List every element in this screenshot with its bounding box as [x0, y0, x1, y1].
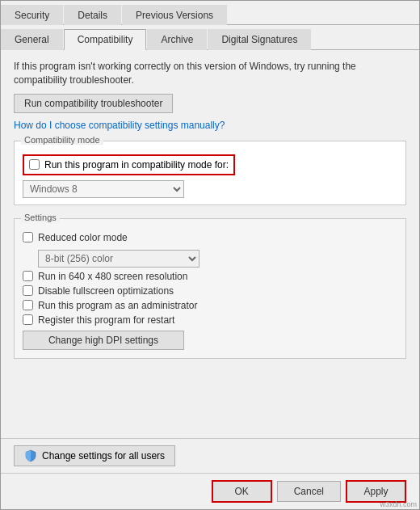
apply-button[interactable]: Apply: [346, 480, 406, 503]
reduced-color-row: Reduced color mode: [23, 232, 397, 243]
run-640-label[interactable]: Run in 640 x 480 screen resolution: [38, 271, 187, 282]
compat-mode-checkbox-label[interactable]: Run this program in compatibility mode f…: [44, 159, 229, 171]
tab-security[interactable]: Security: [1, 5, 63, 25]
run-640-checkbox[interactable]: [23, 271, 33, 281]
disable-fullscreen-row: Disable fullscreen optimizations: [23, 285, 397, 297]
disable-fullscreen-checkbox[interactable]: [23, 285, 33, 296]
register-restart-checkbox[interactable]: [23, 314, 33, 325]
run-troubleshooter-button[interactable]: Run compatibility troubleshooter: [14, 94, 173, 113]
intro-text: If this program isn't working correctly …: [14, 60, 406, 87]
tab-bar-row2: General Compatibility Archive Digital Si…: [1, 25, 419, 50]
register-restart-label[interactable]: Register this program for restart: [38, 314, 174, 326]
shield-icon: [24, 449, 37, 462]
main-content: If this program isn't working correctly …: [1, 50, 419, 438]
run-admin-checkbox[interactable]: [23, 300, 33, 310]
reduced-color-checkbox[interactable]: [23, 232, 33, 242]
compat-mode-dropdown[interactable]: Windows 8 Windows XP (Service Pack 2) Wi…: [23, 180, 184, 198]
compat-mode-section: Compatibility mode Run this program in c…: [14, 141, 406, 205]
run-admin-row: Run this program as an administrator: [23, 300, 397, 311]
ok-button[interactable]: OK: [212, 480, 272, 503]
how-to-choose-link[interactable]: How do I choose compatibility settings m…: [14, 120, 406, 131]
change-dpi-button[interactable]: Change high DPI settings: [23, 331, 184, 350]
run-admin-label[interactable]: Run this program as an administrator: [38, 300, 197, 311]
tab-details[interactable]: Details: [64, 5, 121, 25]
dialog-window: Security Details Previous Versions Gener…: [0, 0, 420, 510]
compat-mode-legend: Compatibility mode: [21, 135, 103, 145]
change-settings-label: Change settings for all users: [42, 450, 165, 462]
tab-bar-row1: Security Details Previous Versions: [1, 1, 419, 25]
bottom-bar: Change settings for all users: [1, 438, 419, 473]
compat-mode-highlight-box: Run this program in compatibility mode f…: [23, 154, 235, 175]
register-restart-row: Register this program for restart: [23, 314, 397, 326]
watermark: w3xdn.com: [380, 500, 417, 508]
color-mode-dropdown[interactable]: 8-bit (256) color 16-bit (65536) color: [38, 250, 200, 268]
cancel-button[interactable]: Cancel: [277, 481, 341, 502]
tab-compatibility[interactable]: Compatibility: [64, 29, 147, 50]
settings-legend: Settings: [21, 213, 60, 222]
disable-fullscreen-label[interactable]: Disable fullscreen optimizations: [38, 285, 174, 297]
settings-section: Settings Reduced color mode 8-bit (256) …: [14, 218, 406, 359]
run-640-row: Run in 640 x 480 screen resolution: [23, 271, 397, 282]
tab-general[interactable]: General: [1, 29, 63, 50]
compat-mode-checkbox[interactable]: [29, 159, 40, 170]
tab-previous-versions[interactable]: Previous Versions: [122, 5, 227, 25]
dialog-buttons-bar: OK Cancel Apply: [1, 473, 419, 509]
tab-digital-signatures[interactable]: Digital Signatures: [208, 29, 311, 50]
tab-archive[interactable]: Archive: [147, 29, 207, 50]
reduced-color-label[interactable]: Reduced color mode: [38, 232, 128, 243]
change-settings-all-button[interactable]: Change settings for all users: [14, 445, 175, 466]
